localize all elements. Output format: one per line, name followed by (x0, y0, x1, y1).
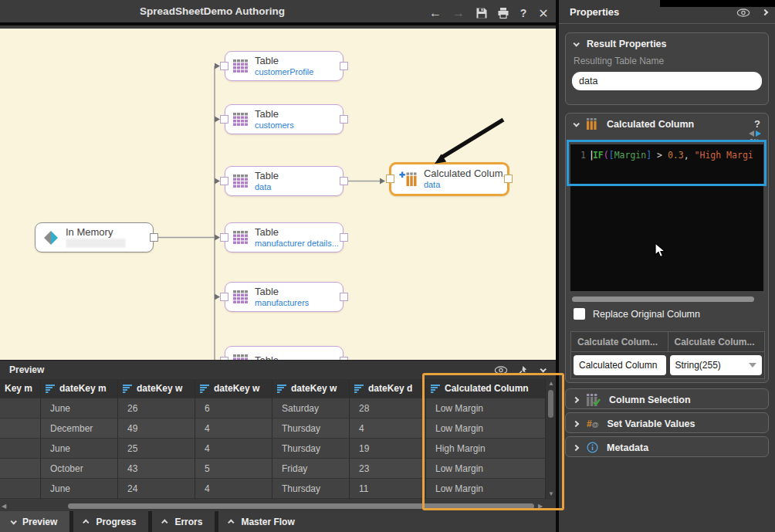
preview-vertical-scrollbar[interactable]: ▲ ▼ (546, 379, 556, 500)
table-cell: June (41, 439, 118, 459)
node-subtitle: manufacturer details... (255, 239, 339, 249)
preview-eye-icon[interactable] (494, 364, 508, 376)
back-icon[interactable]: ← (426, 4, 445, 22)
bottom-tab-bar: Preview Progress Errors Master Flow (0, 511, 556, 532)
table-cell: 6 (195, 398, 272, 418)
help-question-icon[interactable]: ? (754, 118, 760, 130)
set-variable-values-header[interactable]: #@ Set Variable Values (566, 413, 768, 434)
help-icon[interactable]: ? (514, 4, 533, 22)
sort-icon (277, 385, 287, 393)
node-table-manufacturers[interactable]: Table manufacturers (225, 282, 344, 312)
output-port[interactable] (150, 233, 158, 242)
node-table-partial[interactable]: Table (225, 346, 344, 360)
output-port[interactable] (340, 177, 348, 185)
node-table-manufacturer-details[interactable]: Table manufacturer details... (225, 222, 344, 252)
column-header[interactable]: dateKey d (350, 379, 426, 398)
section-title: Result Properties (587, 39, 667, 49)
table-cell: 11 (350, 479, 426, 499)
print-icon[interactable] (494, 4, 513, 22)
node-table-data[interactable]: Table data (225, 166, 344, 196)
table-cell: 4 (350, 418, 426, 439)
preview-pin-icon[interactable] (515, 364, 529, 376)
column-header[interactable]: Key m (0, 379, 41, 398)
node-calculated-column[interactable]: Calculated Colum... data (389, 162, 509, 196)
chevron-up-icon (161, 519, 168, 525)
node-table-customerprofile[interactable]: Table customerProfile (225, 51, 344, 81)
table-row: October435Friday23Low Margin (0, 459, 546, 479)
input-port[interactable] (220, 115, 228, 124)
input-port[interactable] (220, 177, 228, 185)
output-port[interactable] (504, 175, 513, 183)
table-cell: 25 (118, 439, 195, 459)
table-cell: 43 (118, 459, 195, 479)
replace-original-column-checkbox[interactable] (574, 308, 585, 320)
table-cell: Thursday (272, 439, 350, 459)
table-cell: 19 (350, 439, 426, 459)
column-header[interactable]: dateKey w (195, 379, 272, 398)
resulting-table-name-input[interactable]: data (572, 72, 762, 90)
preview-panel-header: Preview (0, 361, 556, 379)
checkbox-label: Replace Original Column (593, 309, 700, 320)
preview-collapse-icon[interactable] (536, 364, 550, 376)
tab-label: Errors (174, 517, 202, 527)
column-header[interactable]: dateKey w (272, 379, 350, 398)
input-port[interactable] (220, 293, 228, 301)
editor-horizontal-scrollbar[interactable] (570, 296, 763, 303)
node-in-memory[interactable]: In Memory (35, 222, 154, 252)
chevron-down-icon (573, 40, 579, 46)
chevron-down-icon (10, 518, 16, 524)
code-token: [ (609, 150, 614, 161)
table-cell: Low Margin (426, 479, 546, 499)
calculated-column-header[interactable]: Calculated Column (566, 114, 768, 134)
result-properties-header[interactable]: Result Properties (566, 33, 768, 54)
title-bar: SpreadSheetDemo Authoring ← → ? ✕ (0, 0, 556, 25)
formula-language-toggle-icon[interactable]: F&L (748, 129, 762, 143)
tab-preview[interactable]: Preview (0, 511, 69, 532)
node-subtitle: data (255, 182, 279, 192)
tab-master-flow[interactable]: Master Flow (218, 511, 556, 532)
table-grid-icon (233, 231, 248, 244)
column-name-input[interactable]: Calculated Column (574, 355, 666, 375)
chevron-down-icon (573, 120, 579, 127)
output-port[interactable] (340, 115, 348, 124)
input-port[interactable] (220, 357, 228, 361)
output-port[interactable] (340, 62, 348, 70)
node-subtitle: data (424, 180, 507, 190)
preview-panel-title: Preview (9, 364, 44, 375)
preview-horizontal-scrollbar[interactable]: ◀ ▶ (0, 501, 546, 511)
properties-collapse-icon[interactable] (758, 6, 772, 19)
calculated-column-bars-icon (587, 118, 598, 130)
table-cell (0, 439, 41, 459)
metadata-header[interactable]: Metadata (566, 437, 768, 458)
section-title: Calculated Column (607, 119, 694, 130)
flow-canvas[interactable]: Table customerProfile Table customers Ta… (0, 29, 556, 360)
column-header[interactable]: dateKey m (41, 379, 118, 398)
save-icon[interactable] (472, 4, 491, 22)
code-line: 1|IF([Margin] > 0.3, "High Margi (570, 150, 763, 161)
column-header-label: dateKey m (59, 379, 107, 398)
properties-eye-icon[interactable] (736, 6, 750, 19)
properties-panel: Properties Result Properties Resulting T… (556, 0, 775, 532)
input-port[interactable] (220, 233, 228, 242)
close-icon[interactable]: ✕ (534, 4, 553, 22)
table-cell: 4 (195, 479, 272, 499)
forward-icon[interactable]: → (449, 4, 468, 22)
column-header[interactable]: dateKey w (118, 379, 195, 398)
preview-panel: Preview Key mdateKey mdateKey wdateKey w… (0, 360, 556, 511)
output-port[interactable] (340, 233, 348, 242)
tab-errors[interactable]: Errors (152, 511, 215, 532)
output-port[interactable] (340, 357, 348, 361)
column-type-dropdown[interactable]: String(255) (670, 355, 763, 375)
input-port[interactable] (220, 62, 228, 70)
input-port[interactable] (386, 175, 394, 183)
formula-code-editor[interactable]: 1|IF([Margin] > 0.3, "High Margi (570, 144, 763, 291)
node-table-customers[interactable]: Table customers (225, 104, 344, 134)
tab-progress[interactable]: Progress (73, 511, 148, 532)
dropdown-arrow-icon (749, 363, 756, 368)
sort-icon (354, 385, 364, 393)
column-header[interactable]: Calculated Column (426, 379, 546, 398)
output-port[interactable] (340, 293, 348, 301)
table-cell: Low Margin (426, 398, 546, 418)
application-window: SpreadSheetDemo Authoring ← → ? ✕ (0, 0, 775, 532)
column-selection-header[interactable]: Column Selection (566, 389, 768, 410)
